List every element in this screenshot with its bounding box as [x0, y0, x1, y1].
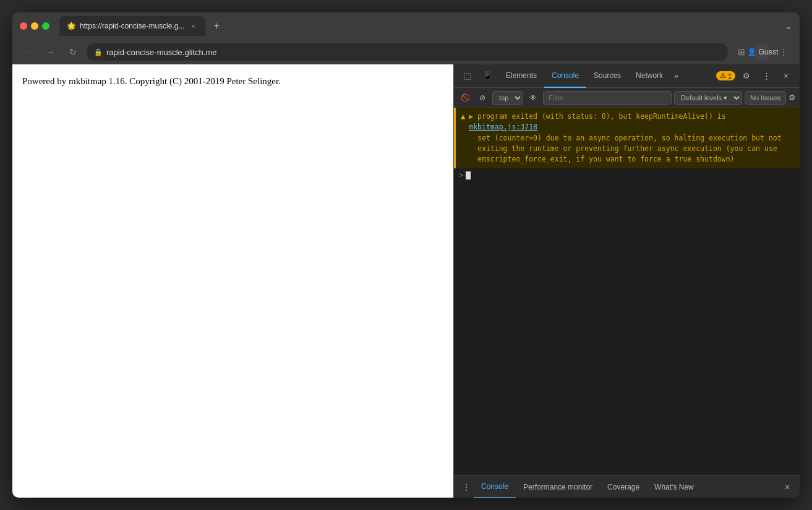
- context-selector[interactable]: top: [492, 91, 523, 105]
- devtools-settings-button[interactable]: ⚙: [738, 67, 755, 85]
- eye-button[interactable]: 👁: [526, 90, 541, 105]
- bottom-tab-whats-new[interactable]: What's New: [647, 476, 701, 498]
- no-issues-button[interactable]: No Issues: [745, 91, 786, 105]
- console-toolbar: 🚫 ⊘ top 👁 Default levels ▾ No Issues ⚙: [454, 88, 800, 108]
- devtools-panel: ⬚ 📱 Elements Console Sources Network: [453, 64, 800, 498]
- warning-text: ▶ program exited (with status: 0), but k…: [469, 111, 795, 165]
- address-bar: ← → ↻ 🔒 rapid-concise-muscle.glitch.me ⊞…: [12, 40, 800, 64]
- tab-close-button[interactable]: ×: [188, 21, 198, 31]
- chrome-menu-button[interactable]: ⋮: [775, 43, 792, 61]
- devtools-actions: ⚠ 1 ⚙ ⋮ ×: [716, 67, 795, 85]
- tab-title: https://rapid-concise-muscle.g...: [80, 22, 184, 30]
- refresh-button[interactable]: ↻: [64, 43, 82, 61]
- forward-button[interactable]: →: [42, 43, 59, 61]
- warning-count: 1: [728, 72, 732, 80]
- tab-console[interactable]: Console: [544, 64, 586, 88]
- warning-badge[interactable]: ⚠ 1: [716, 71, 735, 80]
- profile-button[interactable]: 👤 Guest: [754, 43, 771, 61]
- devtools-close-button[interactable]: ×: [777, 67, 795, 85]
- tab-sources[interactable]: Sources: [586, 64, 628, 88]
- warning-icon: ⚠: [720, 72, 726, 80]
- filter-input[interactable]: [543, 91, 672, 105]
- log-levels-selector[interactable]: Default levels ▾: [674, 91, 742, 105]
- tab-bar: 🌟 https://rapid-concise-muscle.g... × +: [59, 16, 780, 36]
- minimize-window-button[interactable]: [31, 22, 38, 30]
- devtools-toolbar: ⬚ 📱 Elements Console Sources Network: [454, 64, 800, 88]
- console-settings-icon[interactable]: ⚙: [788, 93, 796, 102]
- bottom-menu-button[interactable]: ⋮: [459, 480, 474, 495]
- browser-window: 🌟 https://rapid-concise-muscle.g... × + …: [12, 12, 800, 498]
- warning-source-link[interactable]: mkbitmap.js:3718: [469, 123, 537, 131]
- console-prompt[interactable]: >: [454, 168, 800, 182]
- page-content-text: Powered by mkbitmap 1.16. Copyright (C) …: [22, 74, 443, 89]
- url-text: rapid-concise-muscle.glitch.me: [106, 48, 216, 57]
- back-button[interactable]: ←: [20, 43, 37, 61]
- lock-icon: 🔒: [94, 48, 103, 56]
- devtools-more-options-button[interactable]: ⋮: [758, 67, 775, 85]
- browser-tab[interactable]: 🌟 https://rapid-concise-muscle.g... ×: [59, 16, 205, 36]
- tab-favicon-icon: 🌟: [67, 22, 76, 30]
- console-warning-message: ▲ ▶ program exited (with status: 0), but…: [454, 108, 800, 168]
- new-tab-button[interactable]: +: [208, 17, 225, 35]
- more-tabs-button[interactable]: »: [670, 72, 682, 80]
- title-bar: 🌟 https://rapid-concise-muscle.g... × + …: [12, 12, 800, 40]
- clear-console-button[interactable]: 🚫: [458, 90, 472, 105]
- inspect-element-button[interactable]: ⬚: [459, 67, 476, 85]
- main-area: Powered by mkbitmap 1.16. Copyright (C) …: [12, 64, 800, 498]
- profile-icon: 👤: [747, 48, 756, 56]
- devtools-tabs: Elements Console Sources Network »: [498, 64, 714, 88]
- bottom-tab-coverage[interactable]: Coverage: [600, 476, 647, 498]
- prompt-arrow-icon: >: [459, 171, 463, 179]
- tab-network[interactable]: Network: [628, 64, 670, 88]
- tab-list-chevron-icon[interactable]: ⌄: [785, 21, 792, 31]
- address-actions: ⊞ 👤 Guest ⋮: [733, 43, 792, 61]
- tab-elements[interactable]: Elements: [498, 64, 544, 88]
- cursor-indicator: [466, 171, 471, 179]
- devtools-bottom-bar: ⋮ Console Performance monitor Coverage W…: [454, 475, 800, 498]
- traffic-lights: [20, 22, 49, 30]
- browser-content: Powered by mkbitmap 1.16. Copyright (C) …: [12, 64, 453, 498]
- block-messages-button[interactable]: ⊘: [475, 90, 490, 105]
- bottom-tab-console[interactable]: Console: [474, 476, 516, 498]
- url-bar[interactable]: 🔒 rapid-concise-muscle.glitch.me: [87, 43, 728, 61]
- warning-triangle-icon: ▲: [461, 112, 465, 121]
- bottom-tab-performance-monitor[interactable]: Performance monitor: [516, 476, 600, 498]
- device-toolbar-button[interactable]: 📱: [479, 67, 496, 85]
- console-output: ▲ ▶ program exited (with status: 0), but…: [454, 108, 800, 475]
- maximize-window-button[interactable]: [42, 22, 49, 30]
- close-window-button[interactable]: [20, 22, 27, 30]
- bottom-close-button[interactable]: ×: [780, 480, 795, 495]
